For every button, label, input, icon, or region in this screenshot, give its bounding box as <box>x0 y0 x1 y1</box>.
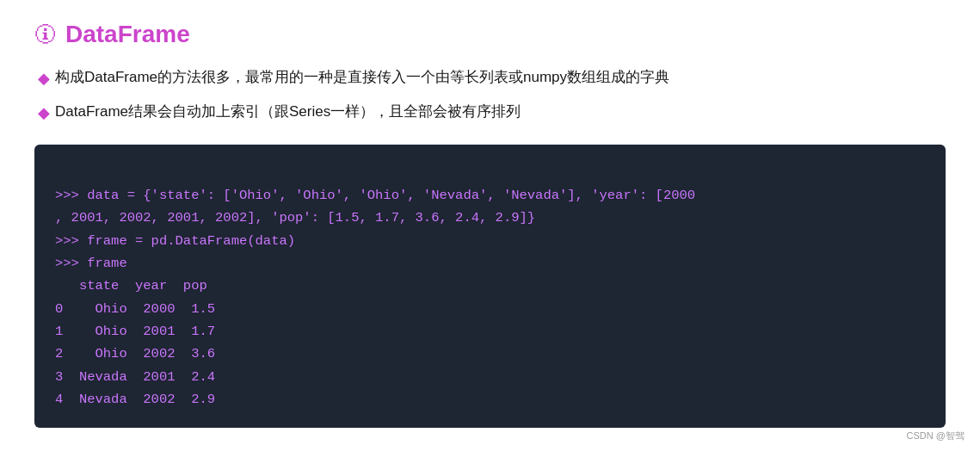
dataframe-icon: 🛈 <box>34 23 57 46</box>
page-header: 🛈 DataFrame <box>34 21 946 48</box>
bullet-text-1: 构成DataFrame的方法很多，最常用的一种是直接传入一个由等长列表或nump… <box>55 65 669 89</box>
code-block: >>> data = {'state': ['Ohio', 'Ohio', 'O… <box>34 145 946 429</box>
bullet-list: ◆ 构成DataFrame的方法很多，最常用的一种是直接传入一个由等长列表或nu… <box>34 65 946 126</box>
bullet-item-1: ◆ 构成DataFrame的方法很多，最常用的一种是直接传入一个由等长列表或nu… <box>38 65 946 91</box>
bullet-diamond-2: ◆ <box>38 101 50 126</box>
code-line-1: >>> data = {'state': ['Ohio', 'Ohio', 'O… <box>55 188 695 407</box>
page-title: DataFrame <box>65 21 190 48</box>
bullet-diamond-1: ◆ <box>38 66 50 91</box>
watermark: CSDN @智驾 <box>907 429 965 442</box>
bullet-item-2: ◆ DataFrame结果会自动加上索引（跟Series一样），且全部会被有序排… <box>38 100 946 126</box>
bullet-text-2: DataFrame结果会自动加上索引（跟Series一样），且全部会被有序排列 <box>55 100 521 123</box>
